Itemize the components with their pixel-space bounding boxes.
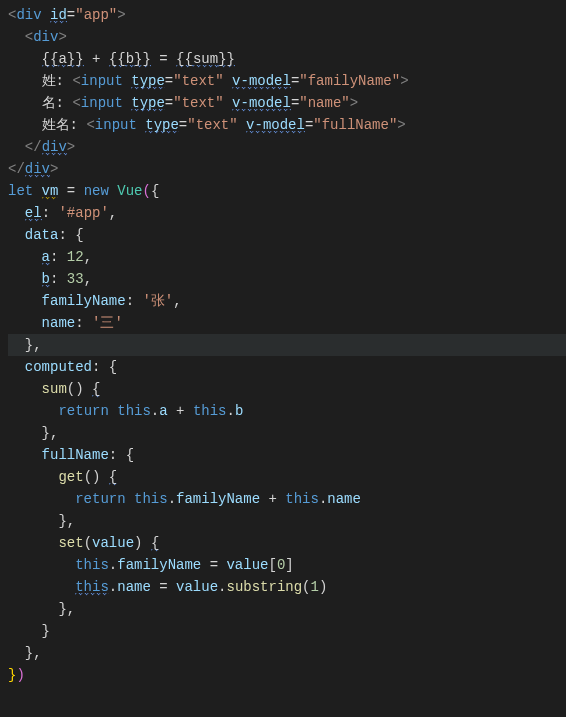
code-token: div <box>42 139 67 156</box>
code-line[interactable]: return this.a + this.b <box>8 400 566 422</box>
code-token: 姓: <box>8 73 72 89</box>
code-token: ) <box>16 667 24 683</box>
code-token: . <box>109 579 117 595</box>
code-line[interactable]: el: '#app', <box>8 202 566 224</box>
code-line[interactable]: }, <box>8 510 566 532</box>
code-token: familyName <box>176 491 260 507</box>
code-line[interactable]: 名: <input type="text" v-model="name"> <box>8 92 566 114</box>
code-token: sum <box>193 51 218 68</box>
code-line[interactable]: } <box>8 620 566 642</box>
code-token: , <box>109 205 117 221</box>
code-line[interactable]: </div> <box>8 158 566 180</box>
code-line[interactable]: data: { <box>8 224 566 246</box>
code-token: familyName <box>117 557 201 573</box>
code-line[interactable]: computed: { <box>8 356 566 378</box>
code-token: type <box>145 117 179 134</box>
code-token: > <box>50 161 58 177</box>
code-token <box>8 139 25 155</box>
code-token: sum <box>42 381 67 397</box>
code-token: computed <box>25 359 92 375</box>
code-line[interactable]: }, <box>8 642 566 664</box>
code-token: ( <box>84 535 92 551</box>
code-line[interactable]: return this.familyName + this.name <box>8 488 566 510</box>
code-token: . <box>109 557 117 573</box>
code-token: ) <box>319 579 327 595</box>
code-token: < <box>72 95 80 111</box>
code-token: data <box>25 227 59 243</box>
code-token: name <box>327 491 361 507</box>
code-token: } <box>8 623 50 639</box>
code-token: "text" <box>173 73 223 89</box>
code-token: 1 <box>311 579 319 595</box>
code-token: "text" <box>187 117 237 133</box>
code-token: 姓名: <box>8 117 86 133</box>
code-token: = <box>179 117 187 133</box>
code-token: }} <box>67 51 84 68</box>
code-token <box>224 95 232 111</box>
code-line[interactable]: <div id="app"> <box>8 4 566 26</box>
code-token <box>8 51 42 67</box>
code-token: this <box>75 579 109 596</box>
code-token: fullName <box>42 447 109 463</box>
code-line[interactable]: 姓: <input type="text" v-model="familyNam… <box>8 70 566 92</box>
code-token: '张' <box>142 293 173 309</box>
code-token <box>8 29 25 45</box>
code-line[interactable]: b: 33, <box>8 268 566 290</box>
code-token: }} <box>134 51 151 68</box>
code-token <box>8 315 42 331</box>
code-token: > <box>58 29 66 45</box>
code-token: b <box>126 51 134 68</box>
code-line[interactable]: get() { <box>8 466 566 488</box>
code-line[interactable]: }, <box>8 422 566 444</box>
code-line[interactable]: }, <box>8 334 566 356</box>
code-token: ( <box>142 183 150 199</box>
code-token <box>8 249 42 265</box>
code-line[interactable]: this.name = value.substring(1) <box>8 576 566 598</box>
code-token: { <box>151 535 159 552</box>
code-token <box>8 447 42 463</box>
code-token: this <box>193 403 227 419</box>
code-line[interactable]: familyName: '张', <box>8 290 566 312</box>
code-line[interactable]: {{a}} + {{b}} = {{sum}} <box>8 48 566 70</box>
code-token: > <box>350 95 358 111</box>
code-token: = <box>165 95 173 111</box>
code-line[interactable]: set(value) { <box>8 532 566 554</box>
code-token: . <box>168 491 176 507</box>
code-line[interactable]: sum() { <box>8 378 566 400</box>
code-token: + <box>168 403 193 419</box>
code-token: < <box>72 73 80 89</box>
code-token: > <box>397 117 405 133</box>
code-token: {{ <box>176 51 193 68</box>
code-token: this <box>134 491 168 507</box>
code-line[interactable]: 姓名: <input type="text" v-model="fullName… <box>8 114 566 136</box>
code-line[interactable]: a: 12, <box>8 246 566 268</box>
code-token: div <box>25 161 50 178</box>
code-token: {{ <box>109 51 126 68</box>
code-token <box>8 403 58 419</box>
code-token: a <box>42 249 50 266</box>
code-line[interactable]: }, <box>8 598 566 620</box>
code-token: "familyName" <box>299 73 400 89</box>
code-token: . <box>151 403 159 419</box>
code-token: + <box>84 51 109 67</box>
code-token: 名: <box>8 95 72 111</box>
code-line[interactable]: </div> <box>8 136 566 158</box>
code-token: = <box>151 51 176 67</box>
code-token <box>8 469 58 485</box>
code-line[interactable]: }) <box>8 664 566 686</box>
code-token: value <box>226 557 268 573</box>
code-token <box>224 73 232 89</box>
code-editor[interactable]: <div id="app"> <div> {{a}} + {{b}} = {{s… <box>0 0 566 686</box>
code-token: type <box>131 95 165 112</box>
code-line[interactable]: fullName: { <box>8 444 566 466</box>
code-token: "text" <box>173 95 223 111</box>
code-line[interactable]: name: '三' <box>8 312 566 334</box>
code-line[interactable]: this.familyName = value[0] <box>8 554 566 576</box>
code-token: input <box>95 117 145 133</box>
code-line[interactable]: let vm = new Vue({ <box>8 180 566 202</box>
code-token: : <box>50 271 67 287</box>
code-token: value <box>92 535 134 551</box>
code-line[interactable]: <div> <box>8 26 566 48</box>
code-token: this <box>117 403 151 419</box>
code-token <box>8 535 58 551</box>
